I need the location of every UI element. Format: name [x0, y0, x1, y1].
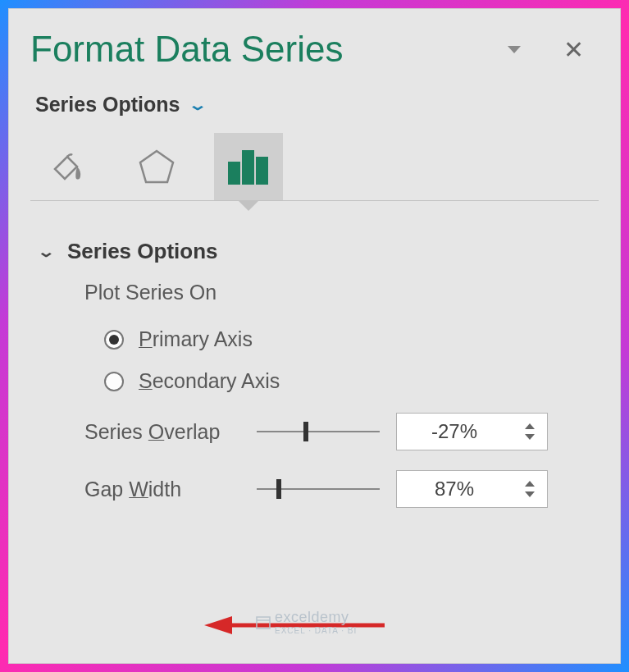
series-overlap-input[interactable]: [397, 414, 512, 450]
series-overlap-step-up[interactable]: [525, 423, 535, 429]
series-options-dropdown[interactable]: Series Options ⌄: [35, 93, 599, 117]
gap-width-spinner: [396, 470, 548, 508]
svg-rect-2: [242, 150, 254, 185]
close-button[interactable]: ✕: [563, 35, 584, 64]
options-dropdown-icon[interactable]: [508, 46, 521, 53]
watermark-text: exceldemy: [275, 609, 357, 626]
radio-secondary-label: Secondary Axis: [139, 369, 280, 393]
radio-secondary-axis[interactable]: Secondary Axis: [104, 369, 599, 393]
annotation-arrow-icon: [204, 614, 385, 637]
gap-width-step-down[interactable]: [525, 491, 535, 497]
chevron-down-icon: ⌄: [188, 96, 207, 114]
svg-rect-1: [228, 162, 240, 185]
radio-icon-checked: [104, 330, 124, 350]
series-overlap-spinner: [396, 413, 548, 450]
radio-primary-label: Primary Axis: [139, 327, 253, 351]
series-overlap-label: Series Overlap: [84, 420, 240, 444]
radio-primary-axis[interactable]: Primary Axis: [104, 327, 599, 351]
svg-rect-3: [256, 157, 268, 185]
plot-series-on-label: Plot Series On: [84, 281, 599, 304]
tab-effects[interactable]: [122, 133, 191, 200]
svg-marker-5: [204, 616, 232, 634]
paint-bucket-icon: [43, 144, 87, 189]
radio-icon-unchecked: [104, 372, 124, 391]
panel-header: Format Data Series ✕: [30, 29, 599, 70]
svg-rect-6: [257, 617, 270, 629]
watermark-logo-icon: [255, 614, 271, 630]
watermark: exceldemy EXCEL · DATA · BI: [255, 609, 357, 635]
gap-width-slider[interactable]: [257, 477, 380, 501]
svg-marker-0: [140, 151, 173, 182]
gap-width-row: Gap Width: [84, 470, 599, 508]
gap-width-step-up[interactable]: [525, 481, 535, 487]
gap-width-input[interactable]: [397, 471, 512, 507]
series-options-label: Series Options: [35, 93, 180, 117]
panel-header-controls: ✕: [508, 35, 584, 64]
section-title: Series Options: [67, 239, 218, 264]
series-overlap-step-down[interactable]: [525, 434, 535, 440]
panel-title: Format Data Series: [30, 29, 343, 70]
chevron-down-icon: ⌄: [37, 243, 56, 261]
format-data-series-panel: Format Data Series ✕ Series Options ⌄: [8, 8, 621, 664]
series-overlap-slider[interactable]: [257, 419, 380, 444]
tab-fill-line[interactable]: [30, 133, 99, 200]
bar-chart-icon: [225, 147, 272, 186]
plot-axis-radio-group: Primary Axis Secondary Axis: [104, 327, 599, 393]
gap-width-label: Gap Width: [84, 478, 240, 501]
series-overlap-row: Series Overlap: [84, 413, 599, 450]
series-options-section-header[interactable]: ⌄ Series Options: [40, 239, 599, 264]
watermark-subtext: EXCEL · DATA · BI: [275, 626, 357, 635]
tab-series-options[interactable]: [214, 133, 283, 200]
pentagon-icon: [134, 144, 179, 189]
format-tab-row: [30, 133, 599, 201]
